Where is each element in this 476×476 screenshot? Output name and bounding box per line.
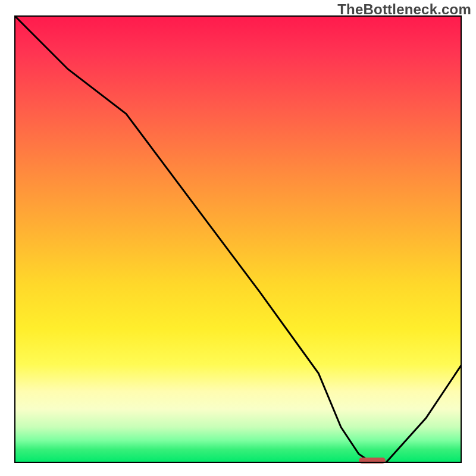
bottleneck-curve xyxy=(14,15,462,463)
minimum-marker xyxy=(359,458,386,464)
chart-root: TheBottleneck.com xyxy=(0,0,476,476)
watermark-text: TheBottleneck.com xyxy=(337,1,471,18)
plot-area xyxy=(14,15,462,463)
